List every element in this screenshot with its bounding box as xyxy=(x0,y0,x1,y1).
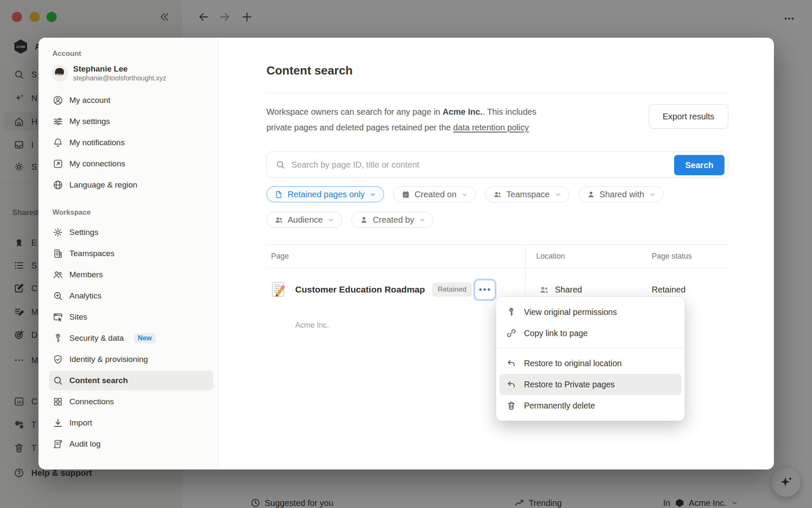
sidebar-item-security-data[interactable]: Security & data New xyxy=(49,329,213,348)
sidebar-item-content-search[interactable]: Content search xyxy=(49,371,213,390)
person-icon xyxy=(587,190,595,199)
menu-item-view-original-permissions[interactable]: View original permissions xyxy=(499,301,681,323)
sidebar-item-settings[interactable]: Settings xyxy=(49,223,213,242)
header-divider xyxy=(266,93,728,93)
link-icon xyxy=(506,328,516,338)
search-icon xyxy=(275,160,285,170)
export-results-button[interactable]: Export results xyxy=(649,104,728,129)
key-icon xyxy=(52,333,63,344)
download-icon xyxy=(52,417,63,428)
retained-badge: Retained xyxy=(432,282,472,297)
column-header-location: Location xyxy=(525,252,652,261)
chevron-down-icon xyxy=(555,191,561,198)
sliders-icon xyxy=(52,116,63,127)
sidebar-item-my-account[interactable]: My account xyxy=(49,91,213,110)
avatar xyxy=(52,65,68,81)
filter-retained-pages-only[interactable]: Retained pages only xyxy=(266,186,384,202)
sidebar-item-connections[interactable]: Connections xyxy=(49,392,213,411)
grid-icon xyxy=(52,396,63,407)
table-header: Page Location Page status xyxy=(266,245,728,268)
search-icon xyxy=(52,375,63,386)
filter-created-on[interactable]: Created on xyxy=(393,186,476,202)
person-circle-icon xyxy=(52,95,63,106)
page-title-cell: Customer Education Roadmap xyxy=(295,284,425,295)
people-icon xyxy=(274,215,283,224)
new-badge: New xyxy=(134,333,156,343)
user-name: Stephanie Lee xyxy=(73,64,166,74)
search-bar: Search xyxy=(266,152,728,178)
account-user[interactable]: Stephanie Lee stephanie@toolsforthought.… xyxy=(52,64,213,83)
menu-item-copy-link[interactable]: Copy link to page xyxy=(499,323,681,344)
page-title: Content search xyxy=(266,63,728,78)
search-button[interactable]: Search xyxy=(674,155,724,175)
filter-created-by[interactable]: Created by xyxy=(351,212,433,228)
key-icon xyxy=(506,307,516,317)
filter-audience[interactable]: Audience xyxy=(266,212,342,228)
page-cell[interactable]: Customer Education Roadmap Retained Acme… xyxy=(266,280,525,300)
column-header-page-status: Page status xyxy=(652,252,728,261)
workspace-section-label: Workspace xyxy=(52,208,213,217)
column-header-page: Page xyxy=(266,252,525,261)
sidebar-item-language-region[interactable]: Language & region xyxy=(49,175,213,195)
search-input[interactable] xyxy=(291,160,728,170)
data-retention-policy-link[interactable]: data retention policy xyxy=(453,123,529,132)
sidebar-item-teamspaces[interactable]: Teamspaces xyxy=(49,244,213,263)
page-description: Workspace owners can search for any page… xyxy=(266,104,536,135)
page-status-cell: Retained xyxy=(652,285,728,295)
people-icon xyxy=(52,269,63,280)
page-subtitle: Acme Inc. xyxy=(295,321,329,330)
sidebar-item-import[interactable]: Import xyxy=(49,413,213,433)
chevron-down-icon xyxy=(461,191,468,198)
bell-icon xyxy=(52,137,63,148)
sidebar-item-members[interactable]: Members xyxy=(49,265,213,284)
sidebar-item-my-notifications[interactable]: My notifications xyxy=(49,133,213,152)
sidebar-item-audit-log[interactable]: Audit log xyxy=(49,434,213,454)
scroll-icon xyxy=(52,439,63,450)
page-context-menu: View original permissions Copy link to p… xyxy=(496,297,685,421)
row-more-button[interactable] xyxy=(475,280,495,300)
menu-item-restore-original-location[interactable]: Restore to original location xyxy=(499,353,681,374)
sidebar-item-sites[interactable]: Sites xyxy=(49,307,213,327)
page-icon xyxy=(274,190,283,199)
person-icon xyxy=(359,215,368,224)
shield-check-icon xyxy=(52,354,63,365)
filter-teamspace[interactable]: Teamspace xyxy=(485,186,569,202)
globe-icon xyxy=(52,179,63,190)
gear-icon xyxy=(52,227,63,238)
sidebar-item-analytics[interactable]: Analytics xyxy=(49,286,213,306)
calendar-icon xyxy=(401,190,410,199)
building-icon xyxy=(52,248,63,259)
sidebar-item-identity-provisioning[interactable]: Identity & provisioning xyxy=(49,350,213,369)
undo-arrow-icon xyxy=(506,379,516,389)
account-section-label: Account xyxy=(52,50,213,58)
sidebar-item-my-connections[interactable]: My connections xyxy=(49,154,213,174)
chevron-down-icon xyxy=(328,217,334,223)
trash-icon xyxy=(506,400,516,411)
menu-item-restore-private-pages[interactable]: Restore to Private pages xyxy=(499,374,681,395)
location-cell: Shared xyxy=(525,284,652,295)
share-box-icon xyxy=(52,158,63,169)
memo-page-icon xyxy=(271,282,285,298)
settings-sidebar: Account Stephanie Lee stephanie@toolsfor… xyxy=(38,38,219,469)
undo-arrow-icon xyxy=(506,358,516,368)
chevron-down-icon xyxy=(649,191,656,198)
people-icon xyxy=(493,190,502,199)
chevron-down-icon xyxy=(419,217,425,223)
sidebar-item-my-settings[interactable]: My settings xyxy=(49,112,213,131)
user-email: stephanie@toolsforthought.xyz xyxy=(73,74,166,83)
menu-item-permanently-delete[interactable]: Permanently delete xyxy=(499,395,681,416)
browser-cursor-icon xyxy=(52,312,63,323)
filter-shared-with[interactable]: Shared with xyxy=(579,186,664,202)
people-icon xyxy=(539,284,549,295)
magnifier-plus-icon xyxy=(52,290,63,301)
menu-divider xyxy=(496,348,685,348)
chevron-down-icon xyxy=(370,191,376,198)
